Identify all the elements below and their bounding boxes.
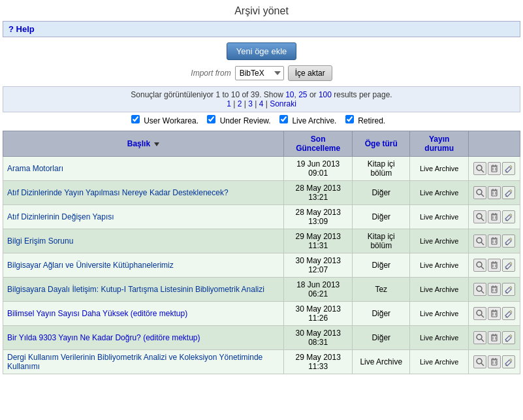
view-icon[interactable] bbox=[473, 355, 486, 368]
actions-cell bbox=[469, 278, 520, 302]
status-cell: Live Archive bbox=[410, 181, 469, 205]
edit-icon[interactable] bbox=[502, 355, 515, 368]
items-table: Başlık Son Güncelleme Öge türü Yayın dur… bbox=[3, 131, 520, 374]
delete-icon[interactable] bbox=[488, 186, 501, 199]
svg-line-55 bbox=[481, 315, 484, 317]
view-icon[interactable] bbox=[473, 283, 486, 296]
view-icon[interactable] bbox=[473, 186, 486, 199]
filter-under-review-checkbox[interactable] bbox=[207, 115, 215, 123]
date-cell: 28 May 201313:09 bbox=[284, 205, 353, 229]
per-page-text: results per page. bbox=[334, 90, 392, 99]
sort-type-link[interactable]: Öge türü bbox=[365, 139, 398, 148]
show-25-link[interactable]: 25 bbox=[298, 90, 307, 99]
page-title: Arşivi yönet bbox=[0, 0, 523, 21]
type-cell: Kitap içi bölüm bbox=[353, 229, 410, 253]
title-link[interactable]: Bir Yılda 9303 Yayın Ne Kadar Doğru? (ed… bbox=[7, 333, 200, 342]
svg-point-63 bbox=[477, 334, 482, 340]
title-link[interactable]: Bilgisayar Ağları ve Üniversite Kütüphan… bbox=[7, 261, 174, 270]
type-cell: Kitap içi bölüm bbox=[353, 157, 410, 181]
delete-icon[interactable] bbox=[488, 259, 501, 272]
filter-live-archive-checkbox[interactable] bbox=[279, 115, 288, 123]
svg-line-73 bbox=[481, 363, 484, 366]
import-button[interactable]: İçe aktar bbox=[288, 65, 332, 81]
edit-icon[interactable] bbox=[502, 331, 515, 344]
view-icon[interactable] bbox=[473, 210, 486, 223]
svg-rect-47 bbox=[492, 287, 497, 293]
title-link[interactable]: Atıf Dizinlerinde Yayın Yapılması Nereye… bbox=[7, 188, 229, 197]
delete-icon[interactable] bbox=[488, 307, 501, 320]
actions-cell bbox=[469, 229, 520, 253]
delete-icon[interactable] bbox=[488, 331, 501, 344]
page-3-link[interactable]: 3 bbox=[248, 99, 253, 108]
help-bar: Help bbox=[3, 21, 520, 37]
title-link[interactable]: Arama Motorları bbox=[7, 164, 63, 173]
table-row: Bilgisayara Dayalı İletişim: Kutup-I Tar… bbox=[3, 278, 520, 302]
table-row: Bilgisayar Ağları ve Üniversite Kütüphan… bbox=[3, 253, 520, 278]
page-2-link[interactable]: 2 bbox=[238, 99, 242, 108]
filter-under-review[interactable]: Under Review. bbox=[207, 116, 273, 125]
edit-icon[interactable] bbox=[502, 307, 515, 320]
col-date: Son Güncelleme bbox=[284, 131, 353, 157]
table-row: Atıf Dizinlerinde Yayın Yapılması Nereye… bbox=[3, 181, 520, 205]
add-item-button[interactable]: Yeni öge ekle bbox=[227, 42, 297, 60]
actions-cell bbox=[469, 157, 520, 181]
table-row: Bilgi Erişim Sorunu29 May 201311:31Kitap… bbox=[3, 229, 520, 253]
sort-date-link[interactable]: Son Güncelleme bbox=[296, 135, 340, 153]
import-select[interactable]: BibTeX RIS EndNote bbox=[235, 66, 284, 80]
title-link[interactable]: Bilgi Erişim Sorunu bbox=[7, 236, 73, 246]
edit-icon[interactable] bbox=[502, 210, 515, 223]
show-10-link[interactable]: 10 bbox=[285, 90, 294, 99]
filter-retired-checkbox[interactable] bbox=[345, 115, 354, 123]
view-icon[interactable] bbox=[473, 259, 486, 272]
page-4-link[interactable]: 4 bbox=[259, 99, 264, 108]
type-cell: Diğer bbox=[353, 205, 410, 229]
svg-point-72 bbox=[477, 359, 482, 364]
view-icon[interactable] bbox=[473, 307, 486, 320]
view-icon[interactable] bbox=[473, 331, 486, 344]
date-cell: 19 Jun 201309:01 bbox=[284, 157, 353, 181]
sort-arrow-icon bbox=[154, 142, 159, 146]
edit-icon[interactable] bbox=[502, 162, 515, 175]
delete-icon[interactable] bbox=[488, 162, 501, 175]
sort-title-link[interactable]: Başlık bbox=[127, 139, 150, 148]
edit-icon[interactable] bbox=[502, 186, 515, 199]
page-1-link[interactable]: 1 bbox=[227, 99, 231, 108]
svg-line-28 bbox=[481, 242, 484, 245]
svg-rect-38 bbox=[492, 263, 497, 268]
date-cell: 30 May 201312:07 bbox=[284, 253, 353, 278]
view-icon[interactable] bbox=[473, 234, 486, 248]
filters-row: User Workarea. Under Review. Live Archiv… bbox=[0, 115, 523, 125]
filter-user-workarea-checkbox[interactable] bbox=[131, 115, 140, 123]
actions-cell bbox=[469, 205, 520, 229]
delete-icon[interactable] bbox=[488, 210, 501, 223]
svg-rect-2 bbox=[492, 167, 497, 172]
svg-line-1 bbox=[481, 170, 484, 172]
status-cell: Live Archive bbox=[410, 205, 469, 229]
type-cell: Diğer bbox=[353, 326, 410, 350]
filter-retired[interactable]: Retired. bbox=[345, 116, 385, 125]
table-row: Arama Motorları19 Jun 201309:01Kitap içi… bbox=[3, 157, 520, 181]
delete-icon[interactable] bbox=[488, 283, 501, 296]
edit-icon[interactable] bbox=[502, 283, 515, 296]
title-link[interactable]: Bilgisayara Dayalı İletişim: Kutup-I Tar… bbox=[7, 285, 264, 294]
help-link[interactable]: Help bbox=[8, 24, 35, 34]
toolbar: Yeni öge ekle bbox=[0, 42, 523, 60]
edit-icon[interactable] bbox=[502, 259, 515, 272]
date-cell: 29 May 201311:31 bbox=[284, 229, 353, 253]
edit-icon[interactable] bbox=[502, 234, 515, 248]
type-cell: Live Archive bbox=[353, 350, 410, 374]
table-row: Dergi Kullanım Verilerinin Bibliyometrik… bbox=[3, 350, 520, 374]
filter-user-workarea[interactable]: User Workarea. bbox=[131, 116, 201, 125]
type-cell: Tez bbox=[353, 278, 410, 302]
show-100-link[interactable]: 100 bbox=[319, 90, 332, 99]
next-page-link[interactable]: Sonraki bbox=[270, 99, 296, 108]
title-link[interactable]: Bilimsel Yayın Sayısı Daha Yüksek (editö… bbox=[7, 309, 187, 318]
view-icon[interactable] bbox=[473, 162, 486, 175]
delete-icon[interactable] bbox=[488, 355, 501, 368]
delete-icon[interactable] bbox=[488, 234, 501, 248]
svg-rect-29 bbox=[492, 239, 497, 244]
filter-live-archive[interactable]: Live Archive. bbox=[279, 116, 339, 125]
sort-status-link[interactable]: Yayın durumu bbox=[424, 135, 454, 153]
title-link[interactable]: Dergi Kullanım Verilerinin Bibliyometrik… bbox=[7, 353, 262, 371]
title-link[interactable]: Atıf Dizinlerinin Değişen Yapısı bbox=[7, 212, 114, 221]
